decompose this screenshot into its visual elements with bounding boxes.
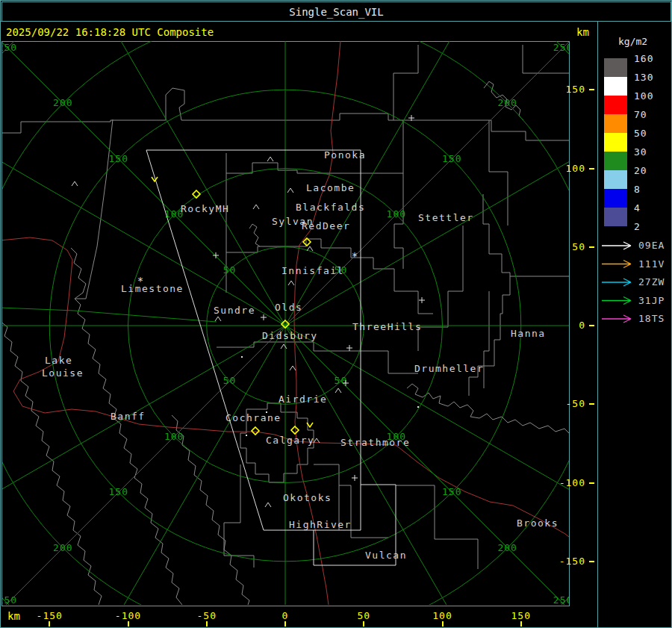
city-label-threehills: ThreeHills xyxy=(352,321,422,332)
right-axis-tick-label: -150 xyxy=(557,556,585,567)
right-axis-tick xyxy=(589,325,594,326)
town-caret-icon xyxy=(215,317,221,321)
city-label-calgary: Calgary xyxy=(266,435,314,446)
bottom-axis-tick-label: 0 xyxy=(269,610,302,621)
plus-marker-icon xyxy=(261,314,267,320)
legend-color-box xyxy=(604,96,627,114)
county-boundary-line xyxy=(489,120,508,226)
scan-arrow-icon xyxy=(602,297,631,305)
range-ring-label: 200 xyxy=(497,97,517,108)
map-layers: 5050505010010010010015015015015020020020… xyxy=(2,41,569,605)
dot-marker-icon xyxy=(241,356,243,358)
asterisk-marker-icon: * xyxy=(352,250,358,262)
radar-site-diamond-icon xyxy=(252,427,259,435)
town-caret-icon xyxy=(335,388,341,393)
bottom-axis-tick-label: -50 xyxy=(190,610,223,621)
scan-arrow-icon xyxy=(602,315,631,323)
town-caret-icon xyxy=(288,281,294,285)
county-boundary-line xyxy=(484,291,489,388)
right-axis-tick xyxy=(589,168,594,170)
range-ring-grid: 5050505010010010010015015015015020020020… xyxy=(2,41,569,605)
latitude-line xyxy=(2,308,217,322)
town-caret-icon xyxy=(72,181,78,186)
map-canvas[interactable]: 5050505010010010010015015015015020020020… xyxy=(2,41,569,605)
city-label-hanna: Hanna xyxy=(511,328,546,339)
legend-color-box xyxy=(604,170,627,189)
town-caret-icon xyxy=(267,157,273,161)
city-label-vulcan: Vulcan xyxy=(365,550,407,561)
scan-arrow-label: 111V xyxy=(638,258,665,270)
legend-value-label: 160 xyxy=(634,53,653,64)
county-boundary-line xyxy=(418,226,463,351)
legend-color-box xyxy=(604,133,627,152)
legend-value-label: 130 xyxy=(634,72,653,83)
scan-arrow-legend: 09EA111V27ZW31JP18TS xyxy=(598,237,671,335)
azimuth-spoke xyxy=(2,122,285,326)
city-label-stettler: Stettler xyxy=(418,212,474,223)
range-ring-label: 50 xyxy=(223,264,237,276)
range-ring-label: 50 xyxy=(223,375,237,386)
range-ring-label: 100 xyxy=(387,208,406,220)
right-axis-tick-label: 100 xyxy=(557,163,585,174)
legend-value-label: 2 xyxy=(634,221,641,232)
right-axis-tick-label: -100 xyxy=(557,477,585,488)
range-ring-label: 150 xyxy=(108,153,128,164)
plus-marker-icon xyxy=(352,475,358,481)
bottom-axis-tick xyxy=(284,621,286,627)
city-label-limestone: Limestone xyxy=(121,283,184,294)
scan-arrow-icon xyxy=(602,242,631,249)
legend-value-label: 50 xyxy=(634,128,647,139)
city-label-ponoka: Ponoka xyxy=(324,149,366,161)
city-label-airdrie: Airdrie xyxy=(279,394,327,405)
bottom-axis-tick xyxy=(520,621,522,627)
range-ring-label: 150 xyxy=(442,486,461,497)
scan-arrow-icon xyxy=(602,261,631,268)
right-axis-tick-label: 50 xyxy=(557,241,585,252)
bottom-axis-tick xyxy=(363,621,364,627)
city-label-reddeer: RedDeer xyxy=(302,220,350,231)
range-ring-label: 200 xyxy=(497,542,517,553)
bottom-axis-tick xyxy=(206,621,208,627)
legend-color-box xyxy=(604,152,627,170)
range-ring-label: 250 xyxy=(2,594,17,605)
city-label-louise: Louise xyxy=(42,367,84,379)
county-boundary-line xyxy=(393,45,418,120)
town-caret-icon xyxy=(287,188,293,193)
county-boundary-line xyxy=(407,384,569,433)
range-ring-label: 150 xyxy=(108,486,128,497)
city-label-strathmore: Strathmore xyxy=(340,437,410,448)
plus-marker-icon xyxy=(346,345,352,351)
city-label-drumheller: Drumheller xyxy=(414,363,484,374)
dot-marker-icon xyxy=(417,406,419,408)
city-label-rockymh: RockyMH xyxy=(181,203,229,214)
plus-marker-icon xyxy=(213,252,219,258)
city-label-didsbury: Didsbury xyxy=(262,330,318,341)
dot-marker-icon xyxy=(246,435,247,436)
city-label-highriver: HighRiver xyxy=(289,519,352,530)
range-ring-label: 200 xyxy=(53,542,72,553)
range-ring-label: 250 xyxy=(553,594,569,605)
scan-arrow-label: 31JP xyxy=(638,295,665,306)
city-label-olds: Olds xyxy=(275,302,302,313)
right-axis-tick xyxy=(589,403,594,405)
town-caret-icon xyxy=(253,205,259,209)
city-label-lake: Lake xyxy=(45,355,72,366)
city-label-lacombe: Lacombe xyxy=(306,182,355,193)
town-caret-icon xyxy=(307,246,313,251)
legend-value-label: 70 xyxy=(634,109,647,120)
legend-color-box xyxy=(604,189,627,208)
legend-value-label: 4 xyxy=(634,202,641,214)
city-label-innisfail: Innisfail xyxy=(281,265,344,276)
bottom-axis-tick xyxy=(49,621,50,627)
scan-arrow-label: 18TS xyxy=(638,313,665,324)
city-label-banff: Banff xyxy=(111,411,146,422)
bottom-axis-tick xyxy=(442,621,444,627)
bottom-axis-tick-label: -150 xyxy=(33,610,66,621)
city-label-okotoks: Okotoks xyxy=(283,492,332,503)
county-boundary-line xyxy=(224,464,254,568)
radar-app-window: Single_Scan_VIL 2025/09/22 16:18:28 UTC … xyxy=(0,0,672,628)
scan-arrow-label: 09EA xyxy=(638,240,665,251)
legend-value-label: 20 xyxy=(634,165,647,176)
legend-value-label: 30 xyxy=(634,146,647,158)
legend-value-label: 8 xyxy=(634,184,641,195)
